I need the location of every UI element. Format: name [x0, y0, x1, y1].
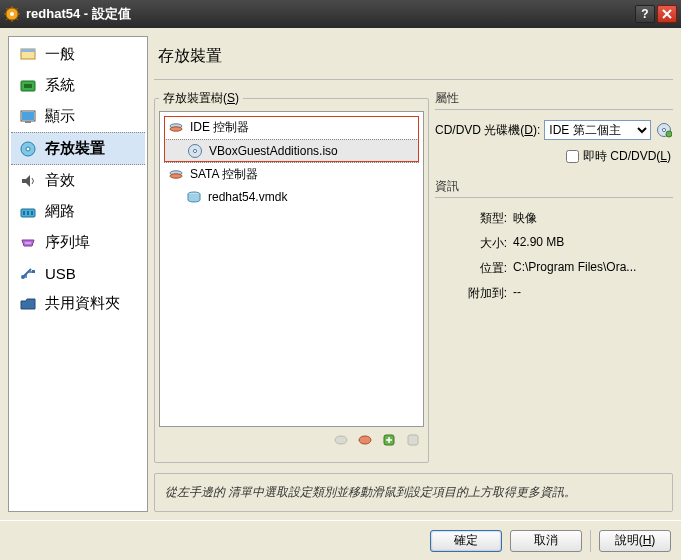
svg-point-41	[666, 131, 672, 137]
attributes-panel: 屬性 CD/DVD 光碟機(D): IDE 第二個主 即時 CD/DVD(L) …	[435, 90, 673, 463]
titlebar-close-button[interactable]	[657, 5, 677, 23]
ok-button[interactable]: 確定	[430, 530, 502, 552]
tree-item-vmdk[interactable]: redhat54.vmdk	[164, 186, 419, 208]
storage-icon	[19, 140, 37, 158]
svg-rect-38	[408, 435, 418, 445]
svg-rect-22	[31, 211, 33, 215]
sidebar-item-general[interactable]: 一般	[11, 39, 145, 70]
sidebar-item-label: USB	[45, 265, 76, 282]
svg-rect-27	[32, 270, 35, 273]
sidebar-item-storage[interactable]: 存放裝置	[11, 132, 145, 165]
sidebar-item-audio[interactable]: 音效	[11, 165, 145, 196]
tree-item-label: IDE 控制器	[190, 119, 249, 136]
sidebar-item-display[interactable]: 顯示	[11, 101, 145, 132]
svg-point-18	[26, 147, 30, 151]
tree-item-label: redhat54.vmdk	[208, 190, 287, 204]
sidebar-item-system[interactable]: 系統	[11, 70, 145, 101]
sidebar-item-label: 序列埠	[45, 233, 90, 252]
dialog-footer: 確定 取消 說明(H)	[0, 520, 681, 560]
page-title: 存放裝置	[154, 36, 673, 80]
disc-browse-button[interactable]	[655, 121, 673, 139]
tree-item-label: VBoxGuestAdditions.iso	[209, 144, 338, 158]
info-row-type: 類型:映像	[435, 208, 673, 229]
drive-label: CD/DVD 光碟機(D):	[435, 122, 540, 139]
sidebar-item-label: 存放裝置	[45, 139, 105, 158]
separator	[590, 530, 591, 552]
sidebar-item-serial[interactable]: 序列埠	[11, 227, 145, 258]
svg-point-24	[27, 242, 28, 243]
remove-attachment-button[interactable]	[404, 431, 422, 449]
svg-point-40	[662, 128, 665, 131]
category-sidebar: 一般 系統 顯示 存放裝置 音效 網路 序列埠 USB	[8, 36, 148, 512]
info-value: 映像	[513, 210, 673, 227]
general-icon	[19, 46, 37, 64]
shared-folder-icon	[19, 295, 37, 313]
info-label: 類型:	[435, 210, 507, 227]
info-row-size: 大小:42.90 MB	[435, 233, 673, 254]
sidebar-item-label: 顯示	[45, 107, 75, 126]
svg-point-29	[170, 126, 182, 130]
gear-icon	[4, 6, 20, 22]
svg-point-36	[359, 436, 371, 444]
info-row-attached: 附加到:--	[435, 283, 673, 304]
add-controller-button[interactable]	[332, 431, 350, 449]
svg-line-8	[16, 8, 18, 10]
remove-controller-button[interactable]	[356, 431, 374, 449]
info-row-location: 位置:C:\Program Files\Ora...	[435, 258, 673, 279]
help-button[interactable]: 說明(H)	[599, 530, 671, 552]
tree-item-iso[interactable]: VBoxGuestAdditions.iso	[164, 139, 419, 163]
live-cd-label: 即時 CD/DVD(L)	[583, 148, 671, 165]
svg-rect-11	[21, 49, 35, 52]
titlebar-help-button[interactable]: ?	[635, 5, 655, 23]
tree-legend: 存放裝置樹(S)	[159, 90, 243, 107]
svg-rect-20	[23, 211, 25, 215]
info-value: 42.90 MB	[513, 235, 673, 252]
hdd-icon	[186, 189, 202, 205]
svg-rect-13	[24, 84, 32, 88]
live-cd-checkbox-row[interactable]: 即時 CD/DVD(L)	[566, 148, 671, 165]
main-panel: 存放裝置 存放裝置樹(S) IDE 控制器 VBoxGuestAdditions…	[154, 36, 673, 512]
sata-controller-icon	[168, 167, 184, 183]
svg-point-35	[335, 436, 347, 444]
svg-point-33	[170, 173, 182, 177]
attributes-head: 屬性	[435, 90, 673, 110]
sidebar-item-usb[interactable]: USB	[11, 258, 145, 288]
info-label: 大小:	[435, 235, 507, 252]
svg-rect-15	[22, 112, 34, 120]
tree-item-label: SATA 控制器	[190, 166, 258, 183]
svg-point-31	[193, 149, 196, 152]
sidebar-item-label: 網路	[45, 202, 75, 221]
storage-tree-fieldset: 存放裝置樹(S) IDE 控制器 VBoxGuestAdditions.iso …	[154, 90, 429, 463]
info-label: 附加到:	[435, 285, 507, 302]
sidebar-item-shared[interactable]: 共用資料夾	[11, 288, 145, 319]
usb-icon	[19, 264, 37, 282]
tree-item-ide-controller[interactable]: IDE 控制器	[164, 116, 419, 139]
sidebar-item-network[interactable]: 網路	[11, 196, 145, 227]
cd-icon	[187, 143, 203, 159]
svg-line-7	[16, 18, 18, 20]
ide-controller-icon	[168, 120, 184, 136]
display-icon	[19, 108, 37, 126]
sidebar-item-label: 一般	[45, 45, 75, 64]
hint-box: 從左手邊的 清單中選取設定類別並移動滑鼠到設定項目的上方取得更多資訊。	[154, 473, 673, 512]
window-title: redhat54 - 設定值	[26, 5, 633, 23]
cancel-button[interactable]: 取消	[510, 530, 582, 552]
storage-tree[interactable]: IDE 控制器 VBoxGuestAdditions.iso SATA 控制器 …	[159, 111, 424, 427]
sidebar-item-label: 共用資料夾	[45, 294, 120, 313]
svg-point-23	[25, 242, 26, 243]
add-attachment-button[interactable]	[380, 431, 398, 449]
svg-line-9	[6, 18, 8, 20]
drive-select[interactable]: IDE 第二個主	[544, 120, 651, 140]
sidebar-item-label: 音效	[45, 171, 75, 190]
info-value: --	[513, 285, 673, 302]
tree-item-sata-controller[interactable]: SATA 控制器	[164, 163, 419, 186]
live-cd-checkbox[interactable]	[566, 150, 579, 163]
info-value: C:\Program Files\Ora...	[513, 260, 673, 277]
tree-toolbar	[159, 427, 424, 449]
serial-icon	[19, 234, 37, 252]
svg-line-6	[6, 8, 8, 10]
audio-icon	[19, 172, 37, 190]
sidebar-item-label: 系統	[45, 76, 75, 95]
svg-rect-16	[25, 121, 31, 123]
info-head: 資訊	[435, 178, 673, 198]
